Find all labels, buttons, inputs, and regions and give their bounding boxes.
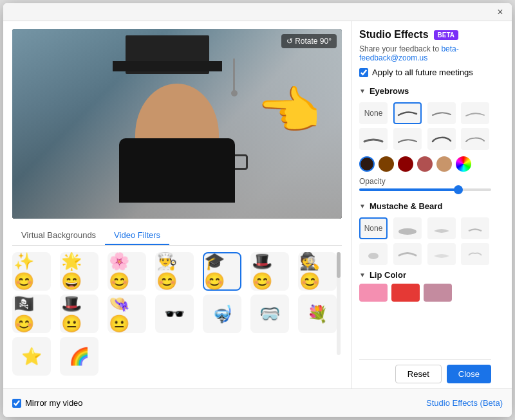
eyebrows-section-header[interactable]: ▼ Eyebrows <box>359 86 491 96</box>
beta-badge: BETA <box>434 30 458 40</box>
eyebrow-style7[interactable] <box>461 128 489 150</box>
eyebrow-style7-svg <box>464 133 487 145</box>
filter-star2[interactable]: ⭐ <box>12 337 51 376</box>
lip-color-label: Lip Color <box>370 270 406 280</box>
beard-style1-svg <box>396 222 419 235</box>
eyebrow-style4[interactable] <box>359 128 388 150</box>
svg-point-1 <box>368 253 379 259</box>
filters-grid: ✨😊 🌟😄 🌸😊 👨‍🍳😊 🎓😊 🎩😊 🕵️😊 🏴‍☠️😊 🎩😐 👒😐 🕶️ 🤿… <box>12 252 342 376</box>
apply-label: Apply to all future meetings <box>372 68 473 77</box>
beard-style3[interactable] <box>461 217 489 239</box>
beard-style6[interactable] <box>427 243 456 265</box>
lip-color-mauve[interactable] <box>424 284 452 302</box>
eyebrow-style1-svg <box>396 107 419 119</box>
eyebrow-style4-svg <box>362 133 385 145</box>
swatch-rainbow[interactable] <box>456 156 471 172</box>
swatch-dark-brown[interactable] <box>359 156 375 172</box>
eyebrows-label: Eyebrows <box>370 86 409 96</box>
studio-header: Studio Effects BETA <box>359 29 491 41</box>
lip-color-red[interactable] <box>391 284 420 302</box>
eyebrow-style5[interactable] <box>393 128 422 150</box>
apply-row: Apply to all future meetings <box>359 68 491 77</box>
eyebrow-style3[interactable] <box>461 102 489 124</box>
beard-style5[interactable] <box>393 243 422 265</box>
mirror-checkbox[interactable] <box>12 399 21 408</box>
mirror-label: Mirror my video <box>25 398 83 408</box>
tab-video-filters[interactable]: Video Filters <box>105 226 169 245</box>
beard-style1[interactable] <box>393 217 422 239</box>
bottom-bar: Mirror my video Studio Effects (Beta) <box>3 388 512 417</box>
filter-3dglasses[interactable]: 🕶️ <box>155 295 194 333</box>
beard-style7-svg <box>464 248 487 260</box>
filter-pirate[interactable]: 🏴‍☠️😊 <box>12 295 51 333</box>
cap-tassel <box>233 59 235 91</box>
title-bar: × <box>3 3 512 21</box>
filter-flower1[interactable]: 🌸😊 <box>108 252 146 291</box>
slider-fill <box>359 188 458 191</box>
mustache-options: None <box>359 217 491 265</box>
swatch-dark-red[interactable] <box>398 156 413 172</box>
filter-grad[interactable]: 🎓😊 <box>203 252 241 291</box>
eyebrow-style3-svg <box>464 107 487 119</box>
close-button[interactable]: Close <box>447 365 491 383</box>
beard-style7[interactable] <box>461 243 489 265</box>
svg-point-0 <box>398 228 417 235</box>
lip-color-pink[interactable] <box>359 284 388 302</box>
eyebrow-style1[interactable] <box>393 102 422 124</box>
apply-checkbox[interactable] <box>359 68 368 77</box>
studio-title: Studio Effects <box>359 29 429 41</box>
filter-mask[interactable]: 🤿 <box>203 295 241 333</box>
body <box>119 138 235 203</box>
tab-virtual-backgrounds[interactable]: Virtual Backgrounds <box>12 226 105 245</box>
filters-scrollbar[interactable] <box>337 252 341 355</box>
beard-style4[interactable] <box>359 243 388 265</box>
beard-style6-svg <box>430 248 453 260</box>
eyebrow-style2[interactable] <box>427 102 456 124</box>
content-area: 👉 ↺ Rotate 90° Virtual Backgrounds Video… <box>3 21 512 388</box>
lip-color-section-header[interactable]: ▼ Lip Color <box>359 270 491 280</box>
swatch-mauve[interactable] <box>417 156 433 172</box>
mirror-check-row: Mirror my video <box>12 398 83 408</box>
beard-style5-svg <box>396 248 419 260</box>
tabs-row: Virtual Backgrounds Video Filters <box>12 226 342 246</box>
reset-button[interactable]: Reset <box>395 365 442 383</box>
eyebrows-options: None <box>359 102 491 150</box>
filter-chef[interactable]: 👨‍🍳😊 <box>155 252 194 291</box>
right-panel: Studio Effects BETA Share your feedback … <box>351 21 499 388</box>
eyebrow-style6-svg <box>430 133 453 145</box>
eyebrow-none[interactable]: None <box>359 102 388 124</box>
filter-rainbow[interactable]: 🌈 <box>60 337 98 376</box>
beard-style2-svg <box>430 222 453 235</box>
rotate-button[interactable]: ↺ Rotate 90° <box>281 34 337 48</box>
filter-happy1[interactable]: 🌟😄 <box>60 252 98 291</box>
slider-track <box>359 188 491 191</box>
beard-style3-svg <box>464 222 487 235</box>
filter-goggles[interactable]: 🥽 <box>250 295 289 333</box>
swatch-brown[interactable] <box>379 156 394 172</box>
mustache-chevron: ▼ <box>359 203 366 210</box>
beard-none[interactable]: None <box>359 217 388 239</box>
eyebrow-style2-svg <box>430 107 453 119</box>
eyebrows-chevron: ▼ <box>359 87 366 95</box>
video-face <box>113 48 241 203</box>
opacity-slider[interactable] <box>359 188 491 192</box>
studio-effects-beta-link[interactable]: Studio Effects (Beta) <box>426 398 503 408</box>
mustache-section-header[interactable]: ▼ Mustache & Beard <box>359 201 491 211</box>
beard-style2[interactable] <box>427 217 456 239</box>
mustache-label: Mustache & Beard <box>370 201 442 211</box>
eyebrow-style6[interactable] <box>427 128 456 150</box>
filter-sparkle[interactable]: ✨😊 <box>12 252 51 291</box>
eyebrow-colors <box>359 156 491 172</box>
filter-spy[interactable]: 🕵️😊 <box>298 252 337 291</box>
cap-tassel-end <box>231 90 238 96</box>
eyebrow-style5-svg <box>396 133 419 145</box>
swatch-tan[interactable] <box>436 156 452 172</box>
studio-effects-dialog: × <box>3 3 512 417</box>
filter-tophat[interactable]: 🎩😐 <box>60 295 98 333</box>
filter-hat-red[interactable]: 🎩😊 <box>250 252 289 291</box>
filter-beret[interactable]: 👒😐 <box>108 295 146 333</box>
filter-flowers[interactable]: 💐 <box>298 295 337 333</box>
video-person: 👉 <box>12 29 342 219</box>
slider-thumb[interactable] <box>454 185 463 194</box>
close-x-icon[interactable]: × <box>494 6 507 19</box>
